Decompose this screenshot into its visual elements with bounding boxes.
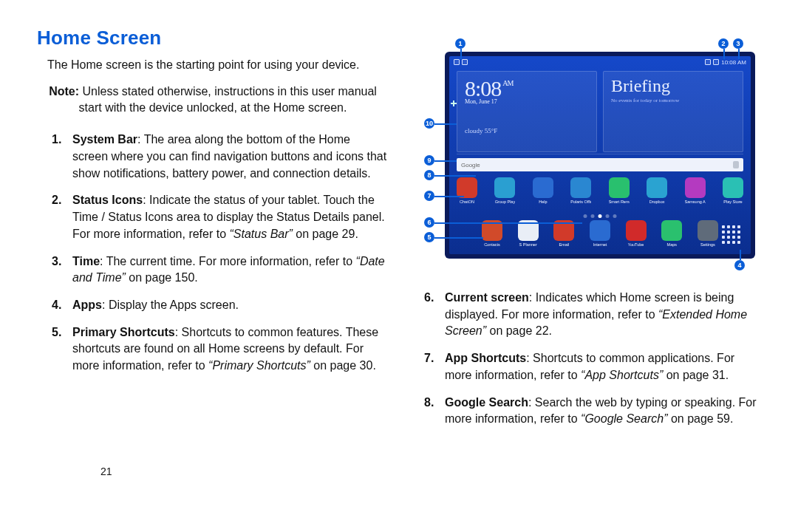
intro-text: The Home screen is the starting point fo… (47, 58, 389, 72)
term: Current screen (445, 291, 529, 304)
term: Apps (72, 299, 102, 311)
callout-3: 3 (733, 38, 743, 49)
callout-10: 10 (424, 118, 434, 129)
page-title: Home Screen (37, 27, 389, 50)
callout-5: 5 (424, 232, 434, 242)
app-icon-box (698, 220, 718, 241)
app-icon: Internet (590, 220, 610, 248)
app-icon-label: Settings (698, 242, 718, 247)
def-b: on page 150. (126, 271, 198, 284)
xref: “Primary Shortcuts” (208, 359, 310, 372)
tablet-frame: 10:08 AM 8:08AM Mon, June 17 cloudy 55°F (445, 52, 755, 259)
app-icon: Play Store (723, 177, 743, 205)
app-icon-label: Group Play (494, 200, 515, 204)
callout-7: 7 (424, 191, 434, 201)
app-icon-label: Play Store (723, 200, 743, 204)
widget-row: 8:08AM Mon, June 17 cloudy 55°F Briefing… (457, 71, 743, 152)
xref: “Status Bar” (230, 228, 293, 240)
app-icon-box (609, 177, 630, 198)
app-icon-label: S Planner (518, 242, 539, 247)
item-time: Time: The current time. For more informa… (72, 253, 389, 287)
app-icon-box (723, 177, 743, 198)
app-icon-label: YouTube (626, 242, 647, 247)
page-indicator (584, 214, 617, 218)
apps-button (720, 223, 743, 247)
item-primary-shortcuts: Primary Shortcuts: Shortcuts to common f… (72, 324, 389, 375)
app-icon-box (590, 220, 610, 241)
term: Status Icons (72, 194, 143, 206)
dot (613, 214, 617, 218)
clock-hhmm: 8:08 (465, 76, 501, 100)
dot (606, 214, 610, 218)
google-search-bar: Google (457, 158, 743, 171)
clock-weather: cloudy 55°F (465, 127, 589, 134)
item-system-bar: System Bar: The area along the bottom of… (72, 132, 389, 182)
briefing-widget: Briefing No events for today or tomorrow (603, 71, 743, 152)
page-number: 21 (100, 466, 112, 477)
app-icon-label: Smart Remote (609, 200, 630, 204)
briefing-title: Briefing (611, 76, 735, 96)
app-icon: Settings (698, 220, 718, 248)
item-current-screen: Current screen: Indicates which Home scr… (445, 290, 761, 340)
notification-icon (462, 59, 468, 65)
app-icon: Email (553, 220, 574, 248)
lead (434, 160, 457, 162)
app-shortcuts-row: ChatONGroup PlayHelpPolaris OfficeSmart … (457, 177, 743, 210)
app-icon-box (626, 220, 647, 241)
lead (723, 49, 725, 59)
wifi-icon (705, 59, 711, 65)
def-b: on page 29. (293, 228, 358, 240)
primary-shortcuts-row: ContactsS PlannerEmailInternetYouTubeMap… (482, 220, 718, 253)
briefing-sub: No events for today or tomorrow (611, 98, 735, 103)
status-bar: 10:08 AM (449, 56, 751, 68)
app-icon: S Planner (518, 220, 539, 248)
app-icon: Help (533, 177, 553, 205)
app-icon-label: Help (533, 200, 553, 204)
lead (460, 49, 462, 59)
app-icon: Contacts (482, 220, 502, 248)
divider (457, 154, 743, 154)
app-icon-label: Dropbox (647, 200, 667, 204)
callout-1: 1 (455, 38, 466, 49)
xref: “App Shortcuts” (581, 369, 663, 381)
app-icon-box (570, 177, 591, 198)
app-icon: Maps (661, 220, 682, 248)
app-icon: Smart Remote (609, 177, 630, 205)
dot (584, 214, 587, 218)
clock-ampm: AM (502, 79, 513, 87)
app-icon-label: Polaris Office (570, 200, 591, 204)
app-icon-label: Samsung Apps (685, 200, 706, 204)
term: Time (72, 255, 100, 267)
term: Primary Shortcuts (72, 326, 175, 338)
item-google-search: Google Search: Search the web by typing … (445, 395, 761, 428)
def-b: on page 59. (667, 412, 733, 425)
app-icon-box (494, 177, 515, 198)
lead (434, 175, 476, 177)
status-right-icons: 10:08 AM (705, 59, 746, 66)
item-app-shortcuts: App Shortcuts: Shortcuts to common appli… (445, 350, 761, 383)
def-a: : The current time. For more information… (100, 255, 356, 267)
app-icon: Dropbox (647, 177, 667, 205)
app-icon-box (533, 177, 553, 198)
lead (434, 222, 582, 224)
home-screen-diagram: 1 2 3 4 5 6 7 8 9 10 (415, 41, 755, 272)
xref: “Google Search” (581, 412, 667, 425)
add-widget-icon (451, 100, 457, 106)
app-icon: ChatON (457, 177, 477, 205)
mic-icon (733, 161, 739, 168)
clock-widget: 8:08AM Mon, June 17 cloudy 55°F (457, 71, 597, 152)
app-icon-box (685, 177, 706, 198)
lead (740, 250, 741, 260)
app-icon-box (647, 177, 667, 198)
lead (738, 49, 740, 59)
clock-date: Mon, June 17 (465, 98, 589, 105)
item-status-icons: Status Icons: Indicate the status of you… (72, 192, 389, 242)
callout-4: 4 (734, 260, 745, 270)
term: System Bar (72, 133, 137, 146)
callout-2: 2 (718, 38, 729, 49)
dot (591, 214, 595, 218)
callout-9: 9 (424, 155, 434, 166)
callout-6: 6 (424, 217, 434, 228)
definition-list-left: System Bar: The area along the bottom of… (37, 132, 389, 375)
app-icon-label: Internet (590, 242, 610, 247)
